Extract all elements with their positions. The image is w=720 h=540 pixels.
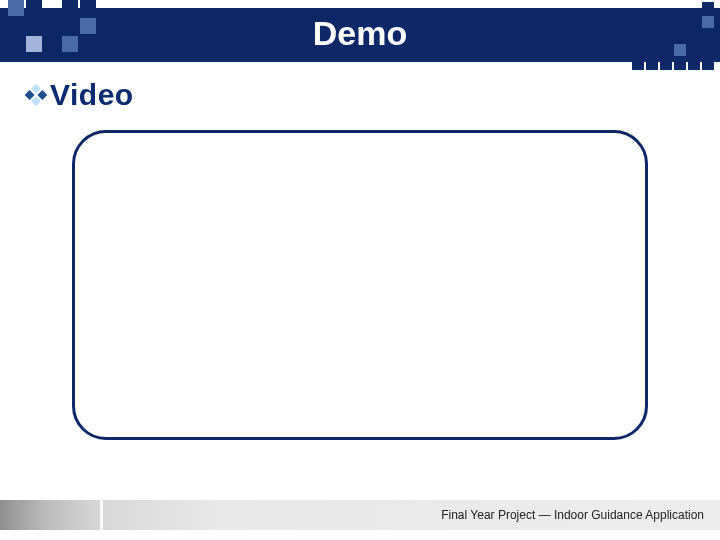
footer-text: Final Year Project — Indoor Guidance App… xyxy=(441,508,704,522)
svg-rect-0 xyxy=(31,84,41,94)
subheading-label: Video xyxy=(50,78,134,112)
svg-rect-1 xyxy=(37,90,47,100)
svg-rect-2 xyxy=(25,90,35,100)
svg-rect-3 xyxy=(31,96,41,106)
footer-divider xyxy=(100,500,103,530)
footer-bar: Final Year Project — Indoor Guidance App… xyxy=(0,500,720,530)
decor-squares-left xyxy=(8,0,96,52)
subheading: Video xyxy=(24,78,134,112)
slide-title: Demo xyxy=(0,14,720,53)
diamond-bullet-icon xyxy=(24,83,48,107)
video-placeholder xyxy=(72,130,648,440)
decor-squares-right xyxy=(632,2,714,70)
